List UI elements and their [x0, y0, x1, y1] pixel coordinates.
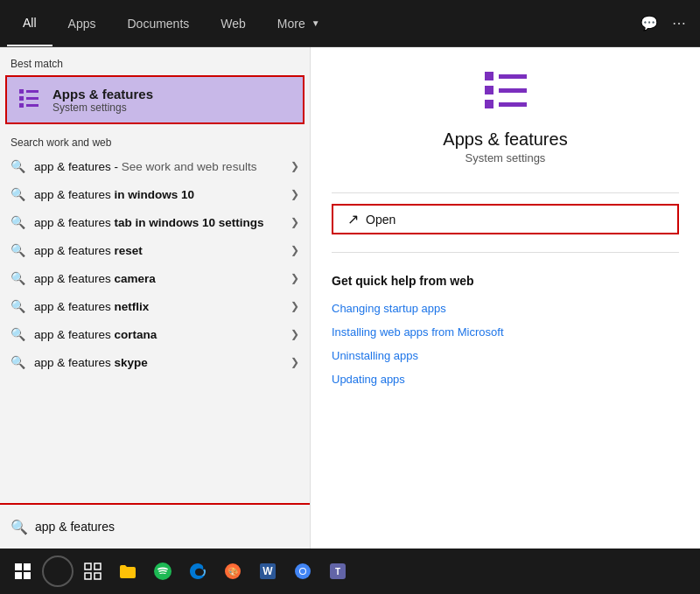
svg-text:W: W: [262, 565, 273, 577]
search-icon-8: 🔍: [10, 355, 25, 369]
svg-rect-3: [26, 90, 38, 93]
result-item-3[interactable]: 🔍 app & features tab in windows 10 setti…: [0, 208, 310, 236]
more-options-icon[interactable]: ⋯: [672, 15, 686, 31]
teams-icon: T: [328, 562, 347, 581]
app-detail-subtitle: System settings: [332, 151, 679, 164]
result-text-6: app & features netflix: [34, 300, 282, 313]
app-detail-name: Apps & features: [332, 129, 679, 150]
result-text-4: app & features reset: [34, 244, 282, 257]
chrome-button[interactable]: [287, 556, 318, 587]
result-text-2: app & features in windows 10: [34, 188, 282, 201]
help-link-1[interactable]: Changing startup apps: [332, 302, 679, 315]
spotify-icon: [153, 562, 172, 581]
open-label: Open: [366, 213, 396, 227]
result-item-4[interactable]: 🔍 app & features reset ❯: [0, 236, 310, 264]
result-text-5: app & features camera: [34, 272, 282, 285]
divider-1: [332, 192, 679, 193]
help-link-3[interactable]: Uninstalling apps: [332, 349, 679, 362]
divider-2: [332, 252, 679, 253]
tab-web[interactable]: Web: [205, 0, 262, 46]
taskbar: 🎨 W T: [0, 549, 700, 594]
apps-features-icon: [478, 65, 534, 121]
result-text-7: app & features cortana: [34, 328, 282, 341]
chevron-right-icon-5: ❯: [290, 272, 299, 284]
svg-rect-15: [94, 573, 101, 579]
result-item-8[interactable]: 🔍 app & features skype ❯: [0, 348, 310, 376]
windows-start-button[interactable]: [7, 556, 38, 587]
svg-rect-9: [499, 74, 527, 79]
task-view-button[interactable]: [77, 556, 108, 587]
help-link-4[interactable]: Updating apps: [332, 373, 679, 386]
app-detail-icon-area: [332, 65, 679, 121]
edge-icon: [188, 562, 207, 581]
chevron-down-icon: ▼: [312, 18, 320, 28]
svg-rect-8: [485, 100, 494, 108]
chevron-right-icon-6: ❯: [290, 300, 299, 312]
svg-rect-13: [94, 563, 101, 570]
tab-documents[interactable]: Documents: [111, 0, 205, 46]
svg-rect-1: [19, 96, 24, 101]
search-input[interactable]: [35, 520, 299, 534]
teams-button[interactable]: T: [322, 556, 354, 587]
tab-apps[interactable]: Apps: [52, 0, 112, 46]
search-icon-3: 🔍: [10, 215, 25, 229]
best-match-text: Apps & features System settings: [52, 87, 153, 114]
cortana-search-button[interactable]: [42, 556, 74, 587]
search-icon-5: 🔍: [10, 271, 25, 285]
result-item-1[interactable]: 🔍 app & features - See work and web resu…: [0, 152, 310, 180]
help-link-2[interactable]: Installing web apps from Microsoft: [332, 325, 679, 339]
tab-all[interactable]: All: [7, 0, 52, 46]
open-icon: ↗︎: [347, 211, 359, 227]
svg-rect-2: [19, 103, 24, 108]
svg-text:T: T: [335, 567, 340, 577]
search-icon-7: 🔍: [10, 327, 25, 341]
result-text-1: app & features - See work and web result…: [34, 160, 282, 173]
search-icon-4: 🔍: [10, 243, 25, 257]
svg-rect-5: [26, 104, 38, 107]
nav-right-icons: 💬 ⋯: [640, 15, 693, 31]
search-bar: 🔍: [0, 503, 310, 549]
search-icon: 🔍: [10, 159, 25, 173]
search-icon-2: 🔍: [10, 187, 25, 201]
tab-more[interactable]: More ▼: [262, 0, 336, 46]
result-item-5[interactable]: 🔍 app & features camera ❯: [0, 264, 310, 292]
best-match-label: Best match: [0, 47, 310, 75]
svg-rect-6: [485, 72, 494, 80]
word-button[interactable]: W: [252, 556, 284, 587]
svg-text:🎨: 🎨: [228, 566, 239, 577]
quick-help-title: Get quick help from web: [332, 274, 679, 288]
search-icon-6: 🔍: [10, 299, 25, 313]
section-label: Search work and web: [0, 131, 310, 152]
open-button[interactable]: ↗︎ Open: [332, 204, 679, 234]
svg-rect-14: [85, 573, 91, 579]
task-view-icon: [84, 563, 102, 580]
file-explorer-button[interactable]: [112, 556, 144, 587]
edge-button[interactable]: [182, 556, 214, 587]
right-panel: Apps & features System settings ↗︎ Open …: [310, 47, 700, 549]
svg-rect-12: [85, 563, 91, 570]
left-panel: Best match Apps & features System settin…: [0, 47, 310, 549]
svg-rect-10: [499, 88, 527, 93]
main-content: Best match Apps & features System settin…: [0, 47, 700, 549]
apps-features-list-icon: [18, 86, 42, 114]
paint-icon: 🎨: [223, 562, 242, 581]
result-item-6[interactable]: 🔍 app & features netflix ❯: [0, 292, 310, 320]
chevron-right-icon-8: ❯: [290, 356, 299, 368]
feedback-icon[interactable]: 💬: [640, 15, 658, 31]
best-match-subtitle: System settings: [52, 101, 153, 114]
svg-rect-4: [26, 97, 38, 100]
chevron-right-icon-3: ❯: [290, 216, 299, 228]
svg-rect-7: [485, 86, 494, 94]
top-navigation: All Apps Documents Web More ▼ 💬 ⋯: [0, 0, 700, 47]
best-match-item[interactable]: Apps & features System settings: [5, 75, 304, 124]
word-icon: W: [258, 562, 277, 581]
result-item-2[interactable]: 🔍 app & features in windows 10 ❯: [0, 180, 310, 208]
svg-point-23: [300, 569, 305, 574]
paint-button[interactable]: 🎨: [217, 556, 248, 587]
result-item-7[interactable]: 🔍 app & features cortana ❯: [0, 320, 310, 348]
svg-rect-0: [19, 89, 24, 94]
chevron-right-icon-7: ❯: [290, 328, 299, 340]
spotify-button[interactable]: [147, 556, 178, 587]
folder-icon: [118, 562, 137, 581]
windows-logo-icon: [15, 563, 31, 579]
